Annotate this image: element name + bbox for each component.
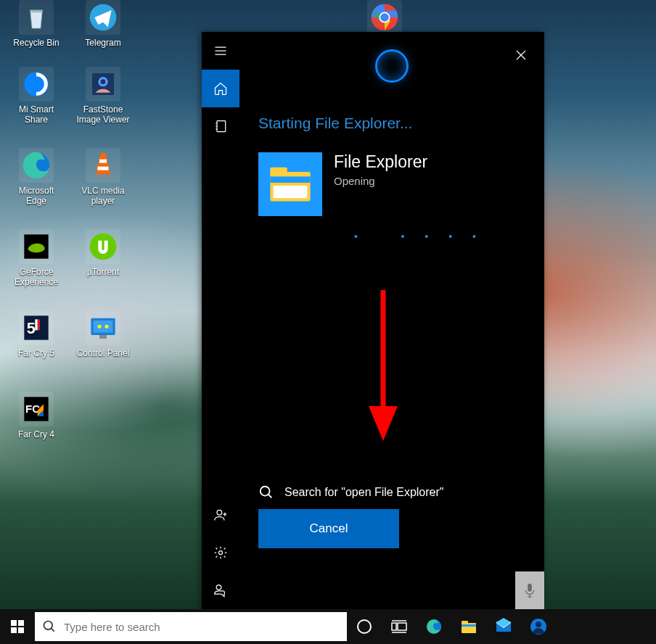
svg-point-28	[219, 551, 223, 555]
svg-point-14	[90, 234, 117, 260]
utorrent-icon	[86, 229, 120, 264]
desktop-icon-label: VLC media player	[74, 186, 132, 206]
result-subtext: Opening	[334, 175, 427, 187]
cortana-panel: Starting File Explorer... File Explorer …	[202, 32, 544, 609]
task-view-icon[interactable]	[382, 609, 417, 644]
google-chrome-icon	[367, 0, 402, 35]
desktop-icon-label: Mi Smart Share	[7, 104, 65, 125]
home-icon[interactable]	[202, 70, 239, 107]
svg-rect-17	[38, 319, 40, 330]
telegram-icon	[86, 0, 120, 35]
svg-point-29	[216, 585, 221, 590]
svg-point-52	[536, 622, 541, 627]
person-add-icon[interactable]	[202, 496, 239, 534]
faststone-icon	[86, 67, 120, 102]
desktop-icon-label: FastStone Image Viewer	[74, 104, 132, 125]
vlc-icon	[86, 148, 120, 183]
mi-smart-share-icon	[19, 67, 54, 102]
desktop-icon-telegram[interactable]: Telegram	[74, 0, 132, 48]
svg-rect-39	[18, 620, 24, 626]
svg-point-22	[105, 325, 109, 329]
svg-point-8	[101, 79, 106, 84]
desktop-icon-vlc[interactable]: VLC media player	[74, 148, 132, 206]
desktop-icon-farcry4[interactable]: FCFar Cry 4	[7, 392, 65, 439]
desktop-icon-label: Far Cry 5	[7, 348, 65, 358]
svg-rect-48	[462, 621, 468, 624]
taskbar-search[interactable]	[35, 612, 347, 641]
edge-taskbar-icon[interactable]	[417, 609, 451, 644]
desktop-icon-geforce[interactable]: GeForce Experience	[7, 229, 65, 287]
search-icon	[42, 619, 57, 634]
loading-dots-icon: • • • • •	[354, 231, 525, 242]
svg-point-27	[217, 510, 222, 515]
control-panel-icon	[86, 310, 120, 345]
svg-rect-31	[270, 168, 287, 176]
taskbar	[0, 609, 656, 644]
desktop-icon-recycle-bin[interactable]: Recycle Bin	[7, 0, 65, 48]
cortana-sidebar	[202, 32, 239, 609]
microphone-button[interactable]	[515, 571, 544, 609]
desktop-icon-label: Telegram	[74, 38, 132, 48]
desktop-icon-faststone[interactable]: FastStone Image Viewer	[74, 67, 132, 125]
status-text: Starting File Explorer...	[258, 115, 525, 132]
svg-rect-11	[98, 167, 109, 170]
search-for-row[interactable]: Search for "open File Explorer"	[258, 484, 443, 500]
svg-rect-40	[11, 627, 17, 633]
svg-rect-38	[11, 620, 17, 626]
svg-rect-45	[398, 623, 406, 630]
desktop-icon-label: Control Panel	[74, 348, 132, 358]
notebook-icon[interactable]	[202, 107, 239, 145]
result-row[interactable]: File Explorer Opening	[258, 152, 525, 216]
ms-edge-icon	[19, 148, 54, 183]
feedback-icon[interactable]	[202, 571, 239, 609]
cancel-button[interactable]: Cancel	[258, 509, 399, 548]
desktop-icon-label: Recycle Bin	[7, 38, 65, 48]
settings-gear-icon[interactable]	[202, 534, 239, 571]
start-button[interactable]	[0, 609, 35, 644]
svg-rect-23	[99, 335, 107, 339]
desktop-icon-label: Microsoft Edge	[7, 186, 65, 206]
svg-rect-18	[35, 319, 37, 330]
desktop-wallpaper: Recycle BinTelegramGoogle ChromeMi Smart…	[0, 0, 656, 644]
cortana-main: Starting File Explorer... File Explorer …	[239, 32, 544, 609]
svg-rect-26	[217, 121, 226, 132]
desktop-icon-label: µTorrent	[74, 267, 132, 277]
svg-point-21	[98, 325, 102, 329]
account-taskbar-icon[interactable]	[521, 609, 556, 644]
taskbar-search-input[interactable]	[64, 621, 340, 633]
hamburger-menu-icon[interactable]	[202, 32, 239, 70]
close-button[interactable]	[507, 41, 536, 70]
svg-rect-41	[18, 627, 24, 633]
svg-point-42	[44, 622, 53, 630]
recycle-bin-icon	[19, 0, 54, 35]
desktop-icon-label: Far Cry 4	[7, 429, 65, 439]
geforce-icon	[19, 229, 54, 264]
svg-rect-35	[528, 584, 532, 592]
svg-point-34	[261, 487, 270, 496]
desktop-icon-ms-edge[interactable]: Microsoft Edge	[7, 148, 65, 206]
mail-taskbar-icon[interactable]	[486, 609, 521, 644]
search-icon	[258, 484, 274, 500]
file-explorer-taskbar-icon[interactable]	[451, 609, 486, 644]
desktop-icon-label: GeForce Experience	[7, 267, 65, 287]
svg-rect-20	[94, 321, 113, 333]
desktop-icon-utorrent[interactable]: µTorrent	[74, 229, 132, 277]
farcry4-icon: FC	[19, 392, 54, 426]
farcry5-icon: 5	[19, 310, 54, 345]
svg-rect-12	[94, 174, 113, 178]
result-name: File Explorer	[334, 152, 427, 172]
desktop-icon-control-panel[interactable]: Control Panel	[74, 310, 132, 358]
svg-text:5: 5	[27, 319, 36, 337]
svg-rect-33	[274, 186, 308, 198]
cortana-taskbar-icon[interactable]	[347, 609, 382, 644]
svg-rect-49	[462, 624, 476, 627]
svg-rect-10	[99, 160, 107, 163]
file-explorer-icon	[258, 152, 322, 216]
search-for-text: Search for "open File Explorer"	[284, 486, 443, 499]
svg-point-4	[380, 13, 389, 22]
desktop-icon-mi-smart-share[interactable]: Mi Smart Share	[7, 67, 65, 125]
cortana-logo-icon	[375, 49, 409, 83]
svg-rect-32	[270, 176, 310, 183]
desktop-icon-farcry5[interactable]: 5Far Cry 5	[7, 310, 65, 358]
svg-point-43	[358, 620, 371, 633]
